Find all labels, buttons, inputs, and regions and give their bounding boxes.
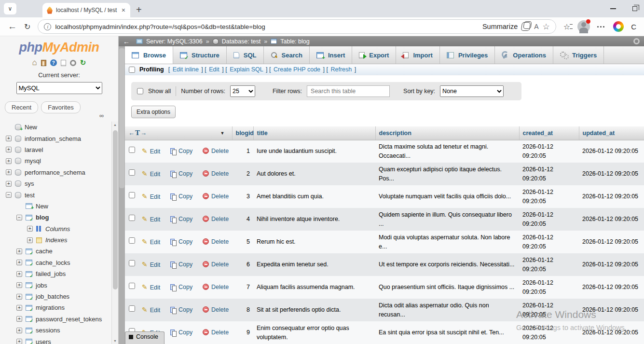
link-chain-icon[interactable]: ∞ (99, 112, 104, 119)
sort-by-key-select[interactable]: None (440, 85, 504, 97)
expand-plus-icon[interactable]: + (16, 328, 22, 333)
expand-plus-icon[interactable]: + (27, 226, 33, 232)
column-header-updated-at[interactable]: updated_at (579, 126, 644, 140)
server-select[interactable]: MySQL (16, 82, 102, 94)
edit-link[interactable]: Edit (150, 307, 161, 314)
profiling-link-edit-inline[interactable]: Edit inline (173, 66, 199, 73)
favorites-button[interactable]: Favorites (41, 101, 80, 113)
copy-link[interactable]: Copy (178, 216, 192, 222)
recent-button[interactable]: Recent (5, 101, 38, 113)
number-of-rows-select[interactable]: 25 (230, 85, 255, 97)
delete-link[interactable]: Delete (211, 261, 229, 268)
delete-link[interactable]: Delete (211, 306, 229, 313)
options-column-header[interactable]: ← T → ▼ (125, 126, 232, 140)
tab-browse[interactable]: Browse (125, 46, 173, 64)
expand-plus-icon[interactable]: + (16, 282, 22, 288)
copy-link[interactable]: Copy (178, 148, 192, 154)
edit-link[interactable]: Edit (150, 261, 161, 268)
sidebar-scrollbar[interactable]: ▲ ▼ (111, 122, 118, 344)
documentation-icon[interactable] (61, 60, 66, 66)
expand-plus-icon[interactable]: + (16, 271, 22, 277)
tree-item-job-batches[interactable]: +job_batches (0, 291, 111, 302)
tab-triggers[interactable]: Triggers (553, 46, 604, 64)
tree-item-sessions[interactable]: +sessions (0, 325, 111, 336)
tree-item-laravel[interactable]: +laravel (0, 144, 111, 155)
tab-structure[interactable]: Structure (173, 46, 227, 64)
edit-link[interactable]: Edit (150, 239, 161, 246)
tree-item-new[interactable]: New (0, 122, 111, 133)
edit-link[interactable]: Edit (150, 284, 161, 291)
delete-link[interactable]: Delete (211, 170, 229, 177)
breadcrumb-database[interactable]: Database: test (222, 38, 261, 45)
sort-triangle-icon[interactable]: ▼ (220, 131, 225, 136)
tree-item-information-schema[interactable]: +information_schema (0, 133, 111, 144)
tab-sql[interactable]: SQL (227, 46, 264, 64)
row-checkbox[interactable] (129, 215, 135, 221)
edit-link[interactable]: Edit (150, 171, 161, 178)
row-checkbox[interactable] (129, 169, 135, 176)
tree-item-blog[interactable]: −blog (0, 212, 111, 223)
delete-link[interactable]: Delete (211, 284, 229, 290)
breadcrumb-table[interactable]: Table: blog (280, 38, 309, 45)
scroll-up-icon[interactable]: ▲ (112, 123, 118, 126)
help-icon[interactable]: ? (50, 59, 57, 66)
expand-plus-icon[interactable]: + (27, 237, 33, 243)
copy-link[interactable]: Copy (178, 170, 192, 177)
tree-item-new[interactable]: New (0, 201, 111, 212)
tree-item-password-reset-tokens[interactable]: +password_reset_tokens (0, 314, 111, 325)
profile-avatar[interactable] (577, 20, 590, 33)
delete-link[interactable]: Delete (211, 329, 229, 336)
expand-plus-icon[interactable]: + (16, 339, 22, 344)
tree-item-jobs[interactable]: +jobs (0, 279, 111, 290)
row-checkbox[interactable] (129, 192, 135, 198)
site-info-icon[interactable]: i (44, 23, 51, 30)
refresh-button[interactable]: ↻ (24, 22, 30, 31)
logout-icon[interactable] (41, 60, 46, 66)
expand-plus-icon[interactable]: + (6, 158, 12, 164)
expand-plus-icon[interactable]: + (6, 181, 12, 187)
settings-gear-icon[interactable] (70, 60, 76, 66)
scroll-down-icon[interactable]: ▼ (112, 339, 118, 343)
profiling-link-create-php-code[interactable]: Create PHP code (274, 66, 320, 73)
scrollbar-thumb[interactable] (113, 130, 118, 289)
delete-link[interactable]: Delete (211, 238, 229, 245)
expand-plus-icon[interactable]: + (6, 169, 12, 175)
edit-link[interactable]: Edit (150, 193, 161, 200)
row-checkbox[interactable] (129, 305, 135, 312)
expand-plus-icon[interactable]: + (16, 248, 22, 254)
copy-link[interactable]: Copy (178, 193, 192, 200)
reload-navigation-icon[interactable]: ↻ (80, 59, 86, 66)
browser-tab[interactable]: localhost / MySQL / test / blog | ph × (42, 3, 130, 17)
delete-link[interactable]: Delete (211, 216, 229, 222)
copy-link[interactable]: Copy (178, 238, 192, 245)
hide-navigation-icon[interactable]: ← (123, 38, 130, 45)
read-aloud-icon[interactable]: A (534, 23, 538, 30)
edit-link[interactable]: Edit (150, 148, 161, 155)
profiling-link-edit[interactable]: Edit (209, 66, 219, 73)
copy-link[interactable]: Copy (178, 329, 192, 336)
tab-close-icon[interactable]: × (121, 6, 126, 14)
phpmyadmin-logo[interactable]: phpMyAdmin (0, 40, 118, 55)
profiling-link-explain-sql[interactable]: Explain SQL (230, 66, 263, 73)
column-header-description[interactable]: description (375, 126, 519, 140)
tab-search[interactable]: Search (264, 46, 310, 64)
tab-operations[interactable]: Operations (495, 46, 553, 64)
page-scrollbar-thumb[interactable] (119, 48, 124, 188)
tree-item-failed-jobs[interactable]: +failed_jobs (0, 268, 111, 279)
edit-link[interactable]: Edit (150, 216, 161, 223)
tree-item-performance-schema[interactable]: +performance_schema (0, 167, 111, 178)
browser-menu-icon[interactable] (597, 26, 606, 28)
tree-item-mysql[interactable]: +mysql (0, 155, 111, 166)
copilot-icon[interactable] (613, 21, 624, 32)
copilot-summarize-icon[interactable] (521, 22, 531, 31)
profiling-checkbox[interactable] (129, 67, 135, 73)
address-bar[interactable]: i localhost/phpmyadmin/index.php?route=/… (38, 19, 556, 34)
row-checkbox[interactable] (129, 237, 135, 244)
collapse-minus-icon[interactable]: − (6, 192, 12, 198)
breadcrumb-server[interactable]: Server: MySQL:3306 (146, 38, 203, 45)
show-all-checkbox[interactable] (137, 85, 143, 97)
row-checkbox[interactable] (129, 283, 135, 289)
profiling-link-refresh[interactable]: Refresh (330, 66, 352, 73)
tree-item-cache[interactable]: +cache (0, 246, 111, 257)
expand-plus-icon[interactable]: + (16, 305, 22, 311)
